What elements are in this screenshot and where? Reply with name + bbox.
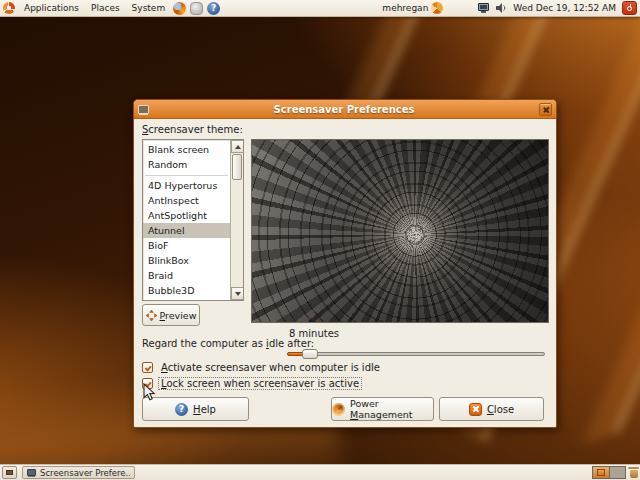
workspace-switcher[interactable] xyxy=(592,466,626,479)
menu-places[interactable]: Places xyxy=(85,1,126,15)
scroll-down-button[interactable] xyxy=(231,287,244,300)
window-titlebar[interactable]: Screensaver Preferences xyxy=(134,100,556,119)
list-separator xyxy=(143,172,230,178)
theme-item[interactable]: Blank screen xyxy=(143,142,230,157)
app-launcher-icon[interactable] xyxy=(190,2,203,15)
top-panel: Applications Places System ? mehregan We… xyxy=(0,0,640,17)
window-close-button[interactable] xyxy=(539,103,552,116)
help-button-label: Help xyxy=(193,404,216,415)
taskbar-window-button[interactable]: Screensaver Prefere... xyxy=(22,466,135,479)
theme-item[interactable]: AntSpotlight xyxy=(143,208,230,223)
arrow-up-icon xyxy=(235,145,241,149)
theme-item[interactable]: BioF xyxy=(143,238,230,253)
theme-item[interactable]: AntInspect xyxy=(143,193,230,208)
preview-button[interactable]: Preview xyxy=(142,304,200,326)
power-management-icon xyxy=(332,403,345,416)
check-icon xyxy=(145,364,152,371)
power-management-button[interactable]: Power Management xyxy=(331,397,434,421)
screensaver-preview xyxy=(251,139,549,323)
show-desktop-icon xyxy=(6,470,13,475)
workspace-2[interactable] xyxy=(609,467,625,478)
scroll-up-button[interactable] xyxy=(231,140,244,153)
power-management-label: Power Management xyxy=(350,398,433,420)
slider-track[interactable] xyxy=(287,352,545,356)
fullscreen-arrows-icon xyxy=(146,310,157,321)
help-button[interactable]: ? Help xyxy=(142,397,249,421)
close-button[interactable]: Close xyxy=(439,397,544,421)
workspace-window-thumb xyxy=(597,469,605,476)
lock-screen-label[interactable]: Lock screen when screensaver is active xyxy=(159,378,361,389)
scrollbar-thumb[interactable] xyxy=(232,154,242,180)
idle-delay-slider[interactable] xyxy=(287,348,545,360)
help-launcher-icon[interactable]: ? xyxy=(207,2,220,15)
menu-applications[interactable]: Applications xyxy=(18,1,85,15)
username-label[interactable]: mehregan xyxy=(382,3,428,13)
workspace-1[interactable] xyxy=(593,467,609,478)
volume-icon[interactable] xyxy=(495,2,507,14)
menu-system[interactable]: System xyxy=(126,1,172,15)
theme-item[interactable]: Bubble3D xyxy=(143,283,230,298)
trash-icon[interactable] xyxy=(628,466,639,478)
firefox-launcher-icon[interactable] xyxy=(173,2,186,15)
quit-button[interactable] xyxy=(622,1,637,15)
clock[interactable]: Wed Dec 19, 12:52 AM xyxy=(509,3,620,13)
theme-item-selected[interactable]: Atunnel xyxy=(143,223,230,238)
lock-screen-row: Lock screen when screensaver is active xyxy=(142,378,361,389)
help-icon: ? xyxy=(175,403,188,416)
window-title: Screensaver Preferences xyxy=(153,104,535,115)
theme-list[interactable]: Blank screen Random 4D Hypertorus AntIns… xyxy=(142,139,244,301)
theme-item[interactable]: Random xyxy=(143,157,230,172)
mouse-cursor xyxy=(143,383,156,402)
list-scrollbar[interactable] xyxy=(230,140,243,300)
activate-screensaver-row: Activate screensaver when computer is id… xyxy=(142,362,382,373)
activate-screensaver-label[interactable]: Activate screensaver when computer is id… xyxy=(159,362,382,373)
user-switcher-icon[interactable] xyxy=(431,2,443,14)
preview-button-label: Preview xyxy=(160,310,197,321)
theme-item[interactable]: BlinkBox xyxy=(143,253,230,268)
show-desktop-button[interactable] xyxy=(2,466,17,479)
activate-screensaver-checkbox[interactable] xyxy=(142,362,153,373)
ubuntu-logo-icon[interactable] xyxy=(3,2,15,14)
bottom-panel: Screensaver Prefere... xyxy=(0,464,640,480)
close-button-label: Close xyxy=(487,404,514,415)
window-icon xyxy=(138,105,149,114)
desktop: Applications Places System ? mehregan We… xyxy=(0,0,640,480)
task-label: Screensaver Prefere... xyxy=(40,468,130,478)
theme-list-label: Screensaver theme: xyxy=(142,124,243,135)
window-task-icon xyxy=(27,469,36,476)
theme-item[interactable]: Braid xyxy=(143,268,230,283)
screensaver-preferences-window: Screensaver Preferences Screensaver them… xyxy=(133,99,557,428)
slider-handle[interactable] xyxy=(302,349,318,359)
arrow-down-icon xyxy=(235,292,241,296)
network-icon[interactable] xyxy=(478,3,491,14)
idle-delay-value: 8 minutes xyxy=(289,328,339,339)
close-icon xyxy=(469,403,482,416)
theme-item[interactable]: 4D Hypertorus xyxy=(143,178,230,193)
